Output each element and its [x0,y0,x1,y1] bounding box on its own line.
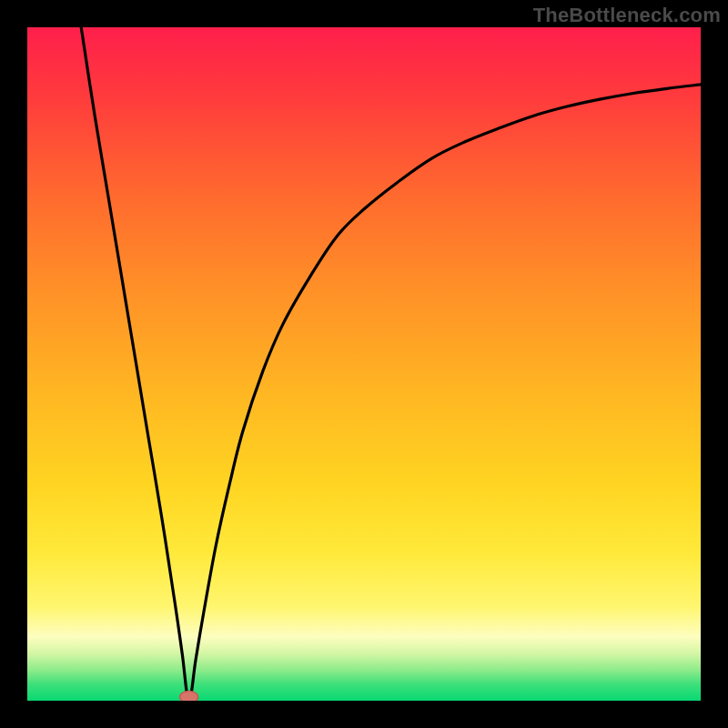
watermark-text: TheBottleneck.com [533,4,721,27]
chart-frame: TheBottleneck.com [0,0,728,728]
gradient-background [27,27,701,701]
optimum-marker [180,692,198,702]
plot-area [27,27,701,701]
bottleneck-chart [27,27,701,701]
